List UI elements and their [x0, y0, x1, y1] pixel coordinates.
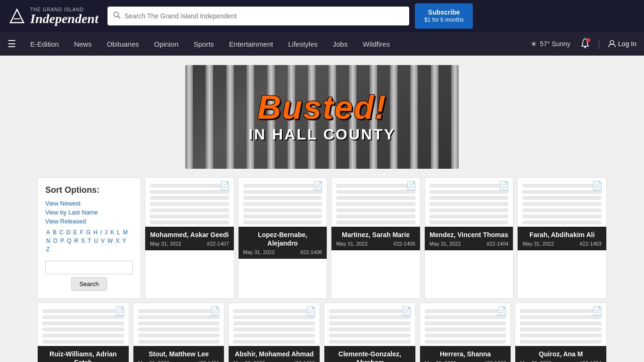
- alpha-s[interactable]: S: [80, 237, 86, 245]
- alpha-links: A B C D E F G H I J K L M N O P Q R S T: [45, 229, 133, 253]
- hamburger-menu[interactable]: ☰: [8, 38, 16, 49]
- alpha-c[interactable]: C: [58, 229, 65, 236]
- alpha-l[interactable]: L: [116, 229, 121, 236]
- sort-newest-link[interactable]: View Newest: [45, 200, 133, 207]
- alpha-b[interactable]: B: [52, 229, 58, 236]
- card-name-3: Mendez, Vincent Thomas: [429, 230, 509, 239]
- doc-icon-r2-3: 📄: [401, 306, 412, 316]
- alpha-f[interactable]: F: [79, 229, 84, 236]
- alpha-a[interactable]: A: [45, 229, 51, 236]
- card-meta-1: May 31, 2022 #22-1406: [243, 249, 322, 255]
- sort-released-link[interactable]: View Released: [45, 218, 133, 225]
- mugshot-card-2[interactable]: 📄 Martinez, Sarah Marie May 31, 2022 #22…: [331, 177, 421, 299]
- alpha-r[interactable]: R: [73, 237, 79, 245]
- alpha-t[interactable]: T: [87, 237, 92, 245]
- alpha-p[interactable]: P: [59, 237, 65, 245]
- card-name-0: Mohammed, Askar Geedi: [150, 230, 229, 239]
- sort-lastname-link[interactable]: View by Last Name: [45, 209, 133, 216]
- doc-icon-r2-0: 📄: [115, 306, 125, 316]
- card-meta-4: May 31, 2022 #22-1403: [522, 241, 602, 247]
- banner-container: Busted! IN HALL COUNTY: [0, 56, 644, 173]
- card-info-0: Mohammed, Askar Geedi May 31, 2022 #22-1…: [145, 227, 234, 250]
- card-name-4: Farah, Abdihakim Ali: [522, 230, 602, 239]
- svg-point-6: [586, 38, 590, 42]
- nav-item-obituaries[interactable]: Obituaries: [100, 37, 145, 51]
- alpha-i[interactable]: I: [99, 229, 103, 236]
- nav-item-news[interactable]: News: [67, 37, 99, 51]
- alpha-x[interactable]: X: [115, 237, 120, 245]
- alpha-d[interactable]: D: [66, 229, 72, 236]
- nav-item-sports[interactable]: Sports: [187, 37, 220, 51]
- doc-icon-4: 📄: [592, 181, 603, 191]
- search-bar[interactable]: [107, 7, 409, 25]
- mugshot-card-r2-3[interactable]: 📄 Clemente-Gonzalez, Abraham May 30, 202…: [324, 303, 416, 362]
- main-content: Sort Options: View Newest View by Last N…: [30, 177, 614, 362]
- svg-point-7: [610, 41, 614, 44]
- alpha-j[interactable]: J: [104, 229, 108, 236]
- alpha-k[interactable]: K: [109, 229, 115, 236]
- hall-county-text: IN HALL COUNTY: [248, 126, 396, 143]
- mugshot-card-0[interactable]: 📄 Mohammed, Askar Geedi May 31, 2022 #22…: [145, 177, 234, 299]
- mugshot-card-1[interactable]: 📄 Lopez-Bernabe, Alejandro May 31, 2022 …: [238, 177, 328, 299]
- nav-bar: ☰ E-Edition News Obituaries Opinion Spor…: [0, 32, 644, 56]
- mugshot-card-r2-1[interactable]: 📄 Stout, Matthew Lee May 31, 2022 #22-14…: [133, 303, 225, 362]
- logo-title: Independent: [30, 12, 99, 25]
- sort-search-button[interactable]: Search: [71, 277, 107, 291]
- mugshot-card-r2-4[interactable]: 📄 Herrera, Shanna May 30, 2022 #22-1397: [420, 303, 512, 362]
- doc-icon-1: 📄: [313, 181, 323, 191]
- alpha-n[interactable]: N: [45, 237, 51, 245]
- card-info-4: Farah, Abdihakim Ali May 31, 2022 #22-14…: [518, 227, 606, 250]
- alpha-m[interactable]: M: [122, 229, 129, 236]
- weather-widget: ☀ 57° Sunny: [530, 40, 570, 49]
- doc-icon-r2-2: 📄: [305, 306, 316, 316]
- sort-title: Sort Options:: [45, 185, 133, 195]
- mugshot-card-r2-2[interactable]: 📄 Abshir, Mohamed Ahmad May 30, 2022 #22…: [228, 303, 320, 362]
- card-meta-3: May 31, 2022 #22-1404: [429, 241, 509, 247]
- nav-item-wildfires[interactable]: Wildfires: [356, 37, 396, 51]
- row-2-grid: 📄 Ruiz-Williams, Adrian Esteb May 31, 20…: [37, 303, 607, 362]
- doc-icon-0: 📄: [220, 181, 230, 191]
- doc-icon-r2-5: 📄: [592, 306, 603, 316]
- search-input[interactable]: [124, 12, 404, 20]
- alpha-g[interactable]: G: [85, 229, 91, 236]
- busted-banner: Busted! IN HALL COUNTY: [185, 65, 459, 169]
- card-meta-0: May 31, 2022 #22-1407: [150, 241, 229, 247]
- nav-item-jobs[interactable]: Jobs: [326, 37, 355, 51]
- svg-line-4: [118, 16, 120, 18]
- weather-text: 57° Sunny: [540, 40, 570, 48]
- svg-point-5: [584, 46, 586, 48]
- alpha-v[interactable]: V: [100, 237, 106, 245]
- busted-text: Busted!: [257, 91, 387, 124]
- alpha-z[interactable]: Z: [45, 246, 50, 253]
- alpha-o[interactable]: O: [52, 237, 58, 245]
- notification-icon[interactable]: [580, 38, 590, 50]
- subscribe-button[interactable]: Subscribe $1 for 6 months: [415, 3, 473, 29]
- mugshot-card-r2-5[interactable]: 📄 Quiroz, Ana M May 29, 2022 #22-1394: [515, 303, 607, 362]
- mugshot-card-r2-0[interactable]: 📄 Ruiz-Williams, Adrian Esteb May 31, 20…: [37, 303, 129, 362]
- mugshot-card-4[interactable]: 📄 Farah, Abdihakim Ali May 31, 2022 #22-…: [517, 177, 607, 299]
- alpha-u[interactable]: U: [93, 237, 99, 245]
- nav-item-opinion[interactable]: Opinion: [148, 37, 185, 51]
- doc-icon-3: 📄: [499, 181, 509, 191]
- card-info-1: Lopez-Bernabe, Alejandro May 31, 2022 #2…: [239, 227, 327, 259]
- row-1-grid: Sort Options: View Newest View by Last N…: [37, 177, 607, 299]
- nav-item-entertainment[interactable]: Entertainment: [223, 37, 280, 51]
- logo-icon: [8, 7, 26, 25]
- alpha-w[interactable]: W: [107, 237, 114, 245]
- card-meta-2: May 31, 2022 #22-1405: [336, 241, 415, 247]
- alpha-q[interactable]: Q: [66, 237, 72, 245]
- doc-icon-r2-1: 📄: [210, 306, 220, 316]
- doc-icon-r2-4: 📄: [496, 306, 507, 316]
- alpha-h[interactable]: H: [92, 229, 99, 236]
- sort-search-input[interactable]: [45, 261, 133, 274]
- login-button[interactable]: Log In: [608, 40, 636, 48]
- nav-item-eedition[interactable]: E-Edition: [24, 37, 66, 51]
- nav-item-lifestyles[interactable]: Lifestyles: [281, 37, 324, 51]
- card-name-1: Lopez-Bernabe, Alejandro: [243, 230, 322, 247]
- logo[interactable]: The Grand Island Independent: [8, 7, 102, 25]
- mugshot-card-3[interactable]: 📄 Mendez, Vincent Thomas May 31, 2022 #2…: [424, 177, 514, 299]
- alpha-y[interactable]: Y: [121, 237, 127, 245]
- doc-icon-2: 📄: [406, 181, 416, 191]
- alpha-e[interactable]: E: [72, 229, 78, 236]
- card-info-3: Mendez, Vincent Thomas May 31, 2022 #22-…: [425, 227, 513, 250]
